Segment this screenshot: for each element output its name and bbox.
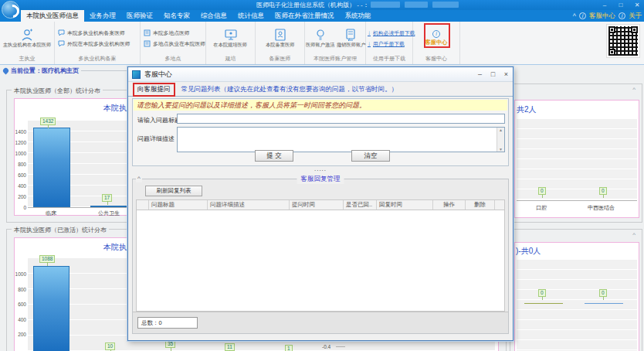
window-maximize-button[interactable]: □	[614, 0, 628, 10]
ribbon-group-label: 多地点	[141, 55, 205, 64]
value-label: 11	[225, 343, 235, 351]
about-link[interactable]: 关于	[629, 12, 642, 21]
ribbon-group-label: 客服中心	[413, 55, 459, 64]
question-title-input[interactable]	[177, 114, 505, 124]
bar-public-health	[90, 206, 127, 207]
ribbon-link-institution-manual[interactable]: ↓ 机构必读手册下载	[368, 29, 415, 37]
value-label: 0	[538, 187, 546, 195]
list-doc-icon	[144, 40, 151, 47]
col-delete: 删除	[466, 200, 495, 210]
groupbox-legend: 本院执业医师（已激活）统计分布	[12, 226, 109, 234]
window-close-button[interactable]: ✕	[630, 0, 644, 10]
y-tick: 600	[15, 302, 26, 307]
ribbon-item-own-multi-site[interactable]: 本院多地点医师	[144, 29, 205, 37]
y-tick: 1400	[15, 129, 26, 135]
menu-tab-own-physicians[interactable]: 本院执业医师信息	[21, 10, 84, 22]
y-tick: 200	[15, 332, 26, 337]
breadcrumb: 当前位置：医疗机构主页	[3, 66, 127, 75]
groupbox-legend: 本院执业医师（全部）统计分布	[12, 87, 103, 95]
scroll-down-icon[interactable]: ▼	[499, 147, 503, 152]
window-minimize-button[interactable]: –	[598, 0, 612, 10]
refresh-reply-list-button[interactable]: 刷新回复列表	[145, 186, 202, 196]
dialog-maximize-button[interactable]: □	[486, 68, 500, 81]
submit-button[interactable]: 提 交	[255, 150, 293, 162]
scroll-up-icon[interactable]: ▲	[499, 128, 503, 132]
ribbon-item-external-multi-practice[interactable]: 外院在本院多执业机构医师	[58, 40, 140, 48]
collapse-chevron-icon[interactable]: ^	[632, 232, 636, 238]
ribbon-link-user-manual[interactable]: ↓ 用户手册下载	[368, 40, 415, 48]
tab-faq-list[interactable]: 常见问题列表（建议先在此处查看有没有您要咨询的问题，以节省时间。）	[181, 85, 398, 94]
col-reply-time: 回复时间	[377, 200, 433, 210]
reply-management-panel: ^ 客服回复管理 刷新回复列表 问题标题 问题详细描述 提问时间 是否已回.. …	[132, 179, 509, 334]
breadcrumb-text: 当前位置：医疗机构主页	[11, 66, 79, 75]
ribbon-group-account-management: 医师账户激活 撤销医师账户 本院医师账户管理	[305, 22, 366, 64]
ribbon-item-own-multi-practice[interactable]: 本院多执业机构备案医师	[58, 29, 140, 37]
ribbon-item-multi-site-in-hospital[interactable]: 多地点执业在本院医师	[144, 40, 205, 48]
col-question-title: 问题标题	[149, 200, 208, 210]
info-icon: i	[619, 12, 625, 19]
y-tick: 400	[15, 183, 26, 189]
list-doc-icon	[144, 29, 151, 36]
service-center-link[interactable]: 客服中心	[589, 12, 615, 21]
cloud-download-icon: ↓	[368, 29, 371, 36]
collapse-chevron-icon[interactable]: ^	[632, 87, 636, 93]
menu-tab-other-province[interactable]: 医师在外省注册情况	[269, 10, 340, 22]
menu-tab-info[interactable]: 综合信息	[195, 10, 232, 22]
chart-by-category: 共2人 0 0 口腔 中西医结合	[514, 100, 639, 218]
ribbon-group-multi-site: 本院多地点医师 多地点执业在本院医师 多地点	[141, 22, 206, 64]
bulb-icon	[315, 29, 326, 41]
menu-tab-verification[interactable]: 医师验证	[121, 10, 158, 22]
x-axis	[517, 200, 637, 201]
ribbon-item-activate-account[interactable]: 医师账户激活	[305, 22, 336, 55]
redacted-text-block	[432, 2, 459, 8]
menu-tab-statistics[interactable]: 统计信息	[232, 10, 269, 22]
value-label: 0	[599, 187, 607, 195]
ribbon-item-recorded-physicians[interactable]: 本院备案医师	[256, 22, 304, 55]
ribbon-collapse-icon[interactable]: ^	[573, 12, 576, 20]
collapse-chevron-icon[interactable]: ^	[136, 175, 142, 182]
plot-area	[517, 260, 637, 351]
bar-clinical	[33, 128, 70, 207]
textarea-scrollbar[interactable]: ▲ ▼	[497, 128, 504, 152]
form-hint-text: 请您输入要提问的问题以及详细描述，客服人员将第一时间回答您的问题。	[134, 100, 507, 111]
value-label: 1	[285, 345, 293, 351]
dialog-title: 客服中心	[144, 70, 172, 80]
menu-tab-business[interactable]: 业务办理	[84, 10, 121, 22]
y-tick: 1000	[15, 271, 26, 277]
y-tick-fragment: -0.4	[322, 344, 330, 349]
splitter-dots[interactable]: .....	[128, 166, 513, 172]
ribbon-toolbar: 主执业机构在本院医师 主执业 本院多执业机构备案医师 外院在本院多执业机构医师 …	[0, 22, 644, 65]
application-window: 医师电子化注册信息系统（机构版） - -： – □ ✕ 本院执业医师信息 业务办…	[0, 0, 644, 351]
value-label: 17	[102, 194, 112, 202]
category-label: 临床	[46, 210, 56, 217]
dialog-close-button[interactable]: ×	[500, 68, 513, 81]
y-tick: 1200	[15, 140, 26, 145]
dialog-minimize-button[interactable]: –	[473, 68, 486, 81]
menu-tab-experts[interactable]: 知名专家	[158, 10, 195, 22]
col-answered: 是否已回..	[344, 200, 377, 210]
ribbon-group-manual-download: ↓ 机构必读手册下载 ↓ 用户手册下载 使用手册下载	[366, 22, 413, 64]
value-label: 0	[538, 289, 546, 297]
dialog-titlebar: 客服中心 – □ ×	[128, 67, 513, 82]
series-line-blue	[585, 303, 623, 304]
clear-button[interactable]: 清空	[351, 150, 390, 162]
dialog-icon	[132, 70, 141, 79]
axis-fragment	[336, 346, 345, 347]
tab-ask-service[interactable]: 向客服提问	[133, 83, 175, 97]
y-tick: 800	[15, 162, 26, 167]
info-icon: i	[579, 12, 586, 19]
ribbon-item-training-physicians[interactable]: 在本院规培医师	[206, 22, 255, 55]
col-question-desc: 问题详细描述	[208, 200, 290, 210]
category-label: 公共卫生	[98, 210, 120, 217]
menu-tab-system[interactable]: 系统功能	[340, 10, 377, 22]
value-label: 10	[105, 342, 115, 350]
col-ask-time: 提问时间	[290, 200, 344, 210]
chart-title-fragment: 共2人	[517, 104, 537, 115]
redacted-text-block	[405, 2, 428, 8]
ribbon-item-primary-practice-physicians[interactable]: 主执业机构在本院医师	[0, 22, 54, 55]
ribbon-group-label: 主执业	[0, 55, 54, 64]
ribbon-item-service-center[interactable]: i 客服中心	[413, 22, 459, 55]
question-desc-textarea[interactable]: ▲ ▼	[177, 127, 505, 152]
ribbon-item-revoke-account[interactable]: 撤销医师账户	[336, 22, 367, 55]
y-tick: 800	[15, 287, 26, 292]
